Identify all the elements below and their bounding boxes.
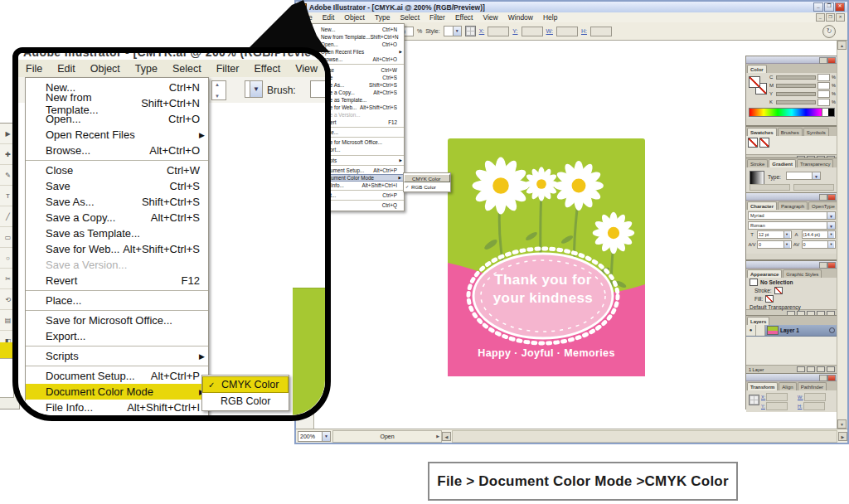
h-field[interactable]: [590, 27, 612, 36]
tab-layers[interactable]: Layers: [747, 317, 769, 325]
menu-item[interactable]: ✓ Save a Copy... Alt+Ctrl+S ▶: [26, 210, 208, 225]
submenu-item[interactable]: ✓ CMYK Color: [404, 174, 450, 182]
transform-y-field[interactable]: [766, 402, 788, 410]
menu-bar-item[interactable]: Object: [339, 13, 370, 22]
color-slider[interactable]: K %: [746, 98, 837, 106]
layer-name[interactable]: Layer 1: [780, 327, 829, 333]
font-family-dropdown[interactable]: Myriad ▼: [748, 211, 836, 220]
new-sublayer-icon[interactable]: [807, 366, 815, 372]
leading-field[interactable]: (14.4 pt)▼: [802, 230, 837, 239]
menu-item[interactable]: ✓ File Info... Alt+Shift+Ctrl+I ▶: [26, 400, 208, 415]
minimize-button[interactable]: _: [813, 2, 823, 12]
doc-minimize-button[interactable]: _: [816, 13, 825, 22]
doc-restore-button[interactable]: ❐: [826, 13, 835, 22]
panel-tab[interactable]: Paragraph: [778, 201, 808, 210]
slider-track[interactable]: [776, 92, 816, 96]
menu-bar-item[interactable]: Edit: [318, 13, 340, 22]
menu-item[interactable]: ✓ Revert F12 ▶: [26, 273, 208, 291]
transform-h-field[interactable]: [803, 402, 825, 410]
panel-tab[interactable]: Transform: [747, 382, 778, 390]
menu-item[interactable]: ✓ Place... ▶: [26, 293, 208, 311]
submenu-item[interactable]: ✓ CMYK Color: [202, 376, 289, 393]
channel-value-field[interactable]: [817, 90, 830, 98]
submenu-item[interactable]: ✓ RGB Color: [404, 182, 450, 191]
menu-item[interactable]: ✓ Save a Version... ▶: [26, 257, 208, 273]
y-field[interactable]: [522, 27, 543, 36]
channel-value-field[interactable]: [817, 99, 830, 106]
white-swatch[interactable]: [822, 109, 828, 116]
menu-item[interactable]: ✓ New from Template... Shift+Ctrl+N ▶: [313, 33, 404, 41]
black-swatch[interactable]: [828, 109, 834, 116]
dropdown[interactable]: ▼: [245, 80, 263, 98]
menu-item[interactable]: ✓ Save as Template... ▶: [26, 225, 208, 241]
none-swatch[interactable]: [748, 138, 758, 148]
panel-minimize-button[interactable]: [819, 262, 827, 269]
font-size-field[interactable]: 12 pt▼: [757, 230, 792, 239]
submenu-item[interactable]: ✓ RGB Color: [202, 393, 289, 410]
menu-item[interactable]: ✓ Browse... Alt+Ctrl+O ▶: [26, 143, 208, 161]
menu-bar-item[interactable]: Type: [128, 63, 165, 75]
panel-minimize-button[interactable]: [819, 194, 827, 201]
x-field[interactable]: [488, 27, 509, 36]
panel-close-button[interactable]: [827, 375, 836, 381]
stepper-control[interactable]: [211, 80, 226, 100]
menu-item[interactable]: ✓ Document Setup... Alt+Ctrl+P ▶: [26, 368, 208, 384]
panel-tab[interactable]: Swatches: [747, 128, 777, 136]
panel-close-button[interactable]: [827, 262, 836, 269]
menu-bar-item[interactable]: Edit: [50, 63, 83, 75]
channel-value-field[interactable]: [817, 82, 830, 90]
channel-value-field[interactable]: [817, 74, 830, 81]
lock-toggle[interactable]: [756, 325, 765, 336]
reference-point-selector[interactable]: [465, 26, 476, 36]
kerning-field[interactable]: 0▼: [757, 240, 792, 249]
panel-tab[interactable]: Appearance: [747, 269, 782, 278]
trash-icon[interactable]: [827, 366, 835, 372]
go-to-bridge-button[interactable]: ↻: [822, 25, 836, 38]
panel-tab[interactable]: Transparency: [797, 159, 833, 167]
panel-minimize-button[interactable]: [819, 57, 827, 64]
menu-bar-item[interactable]: File: [18, 63, 50, 75]
menu-bar-item[interactable]: Effect: [450, 13, 478, 22]
menu-bar-item[interactable]: Object: [83, 63, 128, 75]
slider-track[interactable]: [776, 75, 816, 80]
gradient-type-dropdown[interactable]: ▼: [786, 172, 821, 180]
menu-bar-item[interactable]: Filter: [209, 63, 247, 75]
restore-button[interactable]: ❐: [824, 2, 834, 12]
menu-bar-item[interactable]: View: [478, 13, 502, 22]
scroll-up-icon[interactable]: ▲: [837, 41, 847, 50]
panel-minimize-button[interactable]: [819, 375, 827, 381]
menu-bar-item[interactable]: Select: [165, 63, 209, 75]
menu-bar-item[interactable]: Effect: [246, 63, 288, 75]
make-mask-icon[interactable]: [797, 366, 805, 372]
menu-item[interactable]: ✓ Save Ctrl+S ▶: [26, 178, 208, 194]
color-spectrum-bar[interactable]: [749, 108, 835, 117]
brush-dropdown[interactable]: ▼: [310, 80, 325, 98]
layer-row[interactable]: ● Layer 1: [746, 325, 837, 337]
tab-color[interactable]: Color: [747, 65, 767, 73]
new-layer-icon[interactable]: [817, 366, 825, 372]
menu-bar-item[interactable]: Filter: [424, 13, 450, 22]
vertical-scrollbar[interactable]: ▲ ▼: [837, 41, 847, 429]
panel-tab[interactable]: Graphic Styles: [783, 269, 822, 278]
panel-tab[interactable]: Symbols: [803, 128, 829, 136]
menu-item[interactable]: ✓ Export... ▶: [26, 328, 208, 346]
reference-point-selector[interactable]: [749, 395, 759, 405]
menu-item[interactable]: ✓ Close Ctrl+W ▶: [26, 162, 208, 178]
menu-bar-item[interactable]: Type: [370, 13, 395, 22]
menu-item[interactable]: ✓ Open... Ctrl+O ▶: [313, 41, 404, 48]
scroll-right-icon[interactable]: ▶: [838, 432, 847, 441]
menu-item[interactable]: ✓ Open... Ctrl+O ▶: [26, 111, 208, 127]
transform-w-field[interactable]: [804, 393, 826, 401]
scroll-down-icon[interactable]: ▼: [837, 419, 847, 429]
close-button[interactable]: ✕: [835, 2, 845, 12]
menu-bar-item[interactable]: Select: [395, 13, 424, 22]
target-circle-icon[interactable]: [829, 327, 835, 333]
zoom-level-dropdown[interactable]: 200% ▼: [298, 431, 331, 442]
horizontal-scrollbar[interactable]: [452, 430, 837, 443]
registration-swatch[interactable]: [759, 138, 769, 148]
menu-bar-item[interactable]: Help: [538, 13, 562, 22]
doc-close-button[interactable]: ✕: [836, 13, 845, 22]
menu-item[interactable]: ✓ Save As... Shift+Ctrl+S ▶: [26, 194, 208, 210]
menu-item[interactable]: ✓ Save for Microsoft Office... ▶: [26, 313, 208, 328]
panel-tab[interactable]: Align: [779, 382, 796, 390]
